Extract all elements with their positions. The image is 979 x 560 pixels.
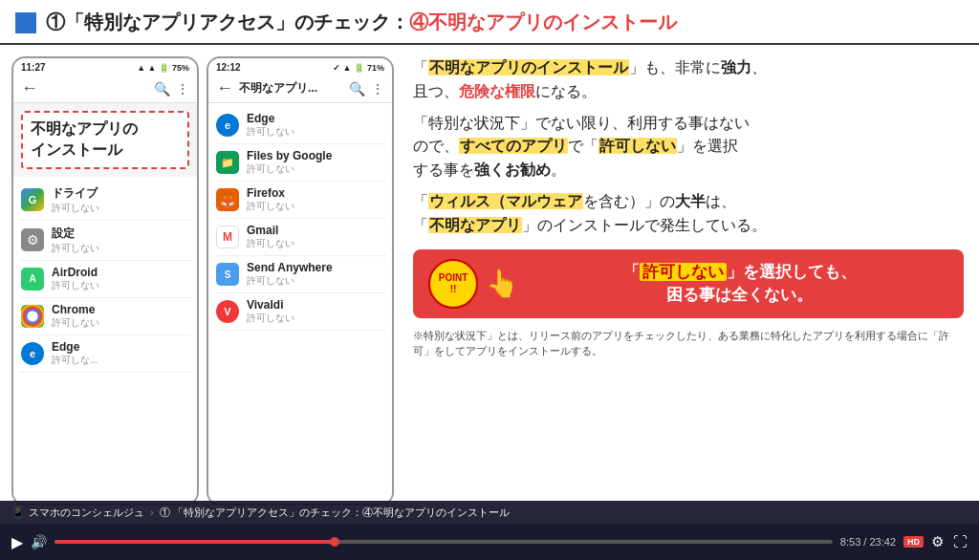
list-item: Chrome許可しない bbox=[19, 298, 191, 335]
app-info: Edge許可しな... bbox=[52, 340, 98, 367]
hl-not-allow: 許可しない bbox=[598, 138, 677, 154]
progress-bar[interactable] bbox=[54, 540, 833, 544]
bottom-bar: ▶ 🔊 8:53 / 23:42 HD ⚙ ⛶ bbox=[0, 524, 979, 560]
volume-icon[interactable]: 🔊 bbox=[31, 534, 47, 549]
phone1-toolbar: ← 🔍 ⋮ bbox=[13, 75, 197, 103]
list-item: 📁 Files by Google許可しない bbox=[214, 144, 386, 182]
title-icon bbox=[15, 12, 36, 33]
app-info: Chrome許可しない bbox=[52, 303, 99, 330]
time-display: 8:53 / 23:42 bbox=[840, 536, 896, 548]
phone1-back[interactable]: ← bbox=[21, 78, 38, 98]
subtitle-bar: 📱 スマホのコンシェルジュ › ① 「特別なアプリアクセス」のチェック：④不明な… bbox=[0, 501, 979, 524]
airdroid-icon: A bbox=[21, 268, 44, 291]
app-info: ドライブ許可しない bbox=[52, 185, 99, 215]
point-exclaim: !! bbox=[450, 284, 457, 295]
phone2-search-icon[interactable]: 🔍 bbox=[349, 81, 365, 97]
paragraph2: 「特別な状況下」でない限り、利用する事はないので、すべてのアプリで「許可しない」… bbox=[413, 112, 964, 183]
gmail-icon: M bbox=[216, 226, 239, 248]
title-highlight: ④不明なアプリのインストール bbox=[409, 11, 677, 32]
phone2-status-icons: ✓ ▲ 🔋71% bbox=[333, 63, 384, 73]
list-item: A AirDroid許可しない bbox=[19, 261, 191, 298]
list-item: ⚙ 設定許可しない bbox=[19, 221, 191, 261]
hl-strongly: 強くお勧め bbox=[474, 162, 551, 178]
list-item: G ドライブ許可しない bbox=[19, 181, 191, 221]
phone1-status: 11:27 ▲ ▲ 🔋75% bbox=[13, 58, 197, 75]
phone2-mockup: 12:12 ✓ ▲ 🔋71% ← 不明なアプリ... 🔍 ⋮ e bbox=[207, 56, 394, 506]
phone2-menu-icon[interactable]: ⋮ bbox=[371, 81, 384, 97]
hl-unknown-app2: 不明なアプリ bbox=[428, 217, 522, 233]
footnote: ※特別な状況下」とは、リリース前のアプリをチェックしたり、ある業務に特化したアプ… bbox=[413, 328, 964, 359]
vivaldi-icon: V bbox=[216, 300, 239, 323]
phone2-time: 12:12 bbox=[216, 62, 241, 73]
list-item: 🦊 Firefox許可しない bbox=[214, 182, 386, 219]
point-icon: POINT !! bbox=[428, 259, 478, 309]
hl-all-apps: すべてのアプリ bbox=[459, 138, 568, 154]
subtitle-text: ① 「特別なアプリアクセス」のチェック：④不明なアプリのインストール bbox=[160, 506, 510, 520]
hl-unknown-app: 不明なアプリのインストール bbox=[428, 59, 629, 75]
files-icon: 📁 bbox=[216, 151, 239, 174]
app-info: Edge許可しない bbox=[247, 112, 294, 139]
phone2-title: 不明なアプリ... bbox=[239, 80, 343, 97]
paragraph3: 「ウィルス（マルウェアを含む）」の大半は、「不明なアプリ」のインストールで発生し… bbox=[413, 190, 964, 238]
progress-indicator bbox=[330, 537, 339, 547]
channel-icon: 📱 bbox=[11, 506, 25, 519]
main-content: ①「特別なアプリアクセス」のチェック：④不明なアプリのインストール 11:27 … bbox=[0, 0, 979, 524]
edge-icon: e bbox=[21, 342, 44, 365]
title-text: ①「特別なアプリアクセス」のチェック：④不明なアプリのインストール bbox=[46, 10, 677, 35]
settings-icon-bottom[interactable]: ⚙ bbox=[931, 533, 944, 550]
paragraph1: 「不明なアプリのインストール」も、非常に強力、且つ、危険な権限になる。 bbox=[413, 56, 964, 104]
point-highlight: 許可しない bbox=[640, 263, 727, 281]
phone1-highlight-box: 不明なアプリのインストール bbox=[21, 111, 189, 169]
channel-label: スマホのコンシェルジュ bbox=[29, 506, 144, 520]
hl-majority: 大半 bbox=[675, 193, 706, 209]
app-info: Send Anywhere許可しない bbox=[247, 261, 333, 288]
current-time: 8:53 bbox=[840, 536, 860, 548]
title-prefix: ①「特別なアプリアクセス」のチェック： bbox=[46, 11, 409, 32]
list-item: S Send Anywhere許可しない bbox=[214, 256, 386, 293]
point-hand-icon: 👆 bbox=[486, 268, 519, 299]
edge-icon2: e bbox=[216, 114, 239, 137]
text-area: 「不明なアプリのインストール」も、非常に強力、且つ、危険な権限になる。 「特別な… bbox=[402, 45, 979, 517]
phone2-status: 12:12 ✓ ▲ 🔋71% bbox=[208, 58, 392, 75]
drive-icon: G bbox=[21, 188, 44, 211]
sendanywhere-icon: S bbox=[216, 263, 239, 286]
title-bar: ①「特別なアプリアクセス」のチェック：④不明なアプリのインストール bbox=[0, 0, 979, 45]
chrome-icon bbox=[21, 305, 44, 328]
fullscreen-icon[interactable]: ⛶ bbox=[953, 533, 968, 550]
hl-powerful: 強力 bbox=[721, 59, 751, 75]
phone1-mockup: 11:27 ▲ ▲ 🔋75% ← 🔍 ⋮ 不明なアプリのインストール bbox=[11, 56, 199, 506]
total-time: 23:42 bbox=[869, 536, 896, 548]
phone2-back[interactable]: ← bbox=[216, 78, 233, 98]
point-label: POINT bbox=[439, 272, 468, 284]
list-item: e Edge許可しない bbox=[214, 107, 386, 144]
progress-bar-fill bbox=[54, 540, 335, 544]
phone1-search-icon[interactable]: 🔍 bbox=[154, 81, 170, 97]
phone1-toolbar-icons: 🔍 ⋮ bbox=[154, 81, 189, 97]
list-item: V Vivaldi許可しない bbox=[214, 293, 386, 331]
point-box: POINT !! 👆 「許可しない」を選択しても、困る事は全くない。 bbox=[413, 249, 964, 318]
subtitle-separator: › bbox=[150, 506, 154, 518]
hd-badge: HD bbox=[903, 536, 924, 548]
phone1-status-icons: ▲ ▲ 🔋75% bbox=[137, 63, 189, 73]
play-button[interactable]: ▶ bbox=[11, 533, 23, 551]
app-info: AirDroid許可しない bbox=[52, 266, 99, 292]
point-line2: 困る事は全くない。 bbox=[666, 286, 813, 304]
app-info: 設定許可しない bbox=[52, 226, 99, 255]
phone1-menu-icon[interactable]: ⋮ bbox=[176, 81, 189, 97]
app-info: Files by Google許可しない bbox=[247, 149, 332, 176]
phone1-app-list: G ドライブ許可しない ⚙ 設定許可しない A AirDroid許可しない Ch… bbox=[13, 177, 197, 504]
content-area: 11:27 ▲ ▲ 🔋75% ← 🔍 ⋮ 不明なアプリのインストール bbox=[0, 45, 979, 517]
phones-area: 11:27 ▲ ▲ 🔋75% ← 🔍 ⋮ 不明なアプリのインストール bbox=[0, 45, 402, 517]
hl-dangerous: 危険な権限 bbox=[459, 83, 535, 99]
app-info: Firefox許可しない bbox=[247, 186, 294, 213]
phone1-time: 11:27 bbox=[21, 62, 46, 73]
hl-virus: ウィルス（マルウェア bbox=[428, 193, 583, 209]
list-item: M Gmail許可しない bbox=[214, 219, 386, 256]
settings-icon: ⚙ bbox=[21, 228, 44, 251]
subtitle-channel: 📱 スマホのコンシェルジュ bbox=[11, 506, 144, 520]
firefox-icon: 🦊 bbox=[216, 188, 239, 211]
bottom-controls: ⚙ ⛶ bbox=[931, 533, 968, 550]
point-text: 「許可しない」を選択しても、困る事は全くない。 bbox=[531, 261, 948, 307]
phone2-toolbar-icons: 🔍 ⋮ bbox=[349, 81, 384, 97]
phone2-toolbar: ← 不明なアプリ... 🔍 ⋮ bbox=[208, 75, 392, 103]
